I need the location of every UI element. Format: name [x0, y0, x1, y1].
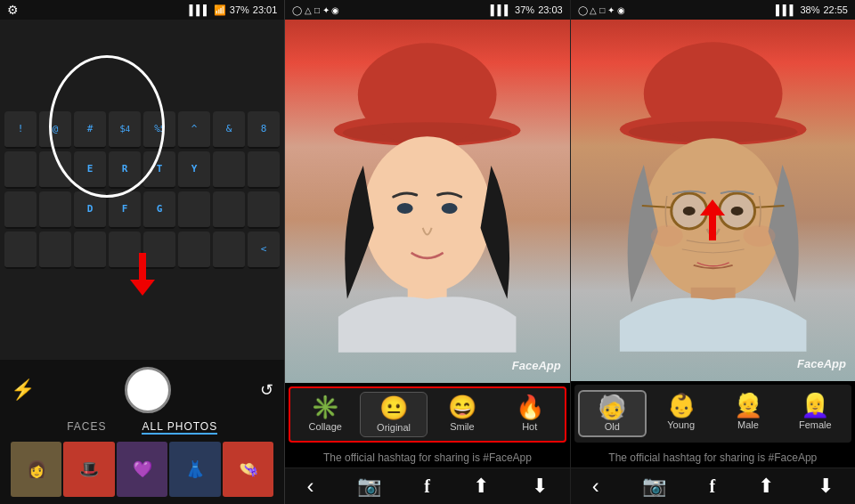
download-button-3[interactable]: ⬇ [818, 475, 834, 498]
keyboard-view: ! @ # $4 %5 ^ & 8 E R T Y D F G [0, 20, 284, 360]
bottom-bar-2: ‹ 📷 f ⬆ ⬇ [285, 467, 569, 504]
instagram-button-3[interactable]: 📷 [642, 475, 666, 498]
svg-point-17 [682, 207, 695, 215]
thumb-5[interactable]: 👒 [223, 442, 273, 497]
status-bar-3: ◯ △ □ ✦ ◉ ▌▌▌ 38% 22:55 [571, 0, 855, 20]
flash-icon[interactable]: ⚡ [11, 378, 35, 402]
key-f: F [109, 191, 141, 229]
male-emoji: 👱 [734, 394, 762, 417]
key-x [39, 232, 71, 269]
key-5: %5 [143, 111, 175, 149]
filter-young[interactable]: 👶 Young [648, 390, 713, 437]
original-label: Original [377, 422, 411, 433]
thumb-1[interactable]: 👩 [11, 442, 61, 497]
faceapp-panel-old: ◯ △ □ ✦ ◉ ▌▌▌ 38% 22:55 [571, 0, 855, 504]
hashtag-text-2: The official hashtag for sharing is #Fac… [285, 446, 569, 467]
svg-point-6 [442, 203, 458, 214]
battery2-text: 37% [515, 4, 534, 15]
filter-old[interactable]: 🧓 Old [578, 390, 647, 437]
key-d: D [74, 191, 106, 229]
key-8: 8 [248, 111, 280, 149]
arrow-shaft-up [709, 215, 716, 240]
status-right-icons: ▌▌▌ 📶 37% 23:01 [189, 4, 277, 16]
faceapp-panel-original: ◯ △ □ ✦ ◉ ▌▌▌ 37% 23:03 [285, 0, 570, 504]
filter-smile[interactable]: 😄 Smile [429, 392, 495, 437]
facebook-button-2[interactable]: f [424, 476, 430, 497]
wifi-icon: 📶 [214, 4, 226, 16]
filter-female[interactable]: 👱‍♀️ Female [783, 390, 848, 437]
female-emoji: 👱‍♀️ [801, 394, 829, 417]
thumb-img-3: 💜 [117, 442, 167, 497]
smile-label: Smile [450, 421, 475, 432]
hashtag-text-3: The official hashtag for sharing is #Fac… [571, 446, 855, 467]
signal2-icon: ▌▌▌ [491, 4, 511, 15]
female-label: Female [799, 419, 832, 430]
camera-mode-tabs: FACES ALL PHOTOS [11, 419, 273, 436]
status3-right: ▌▌▌ 38% 22:55 [776, 4, 848, 15]
shutter-button[interactable] [125, 367, 171, 413]
camera-buttons-row: ⚡ ↺ [11, 367, 273, 413]
key-y: Y [178, 151, 210, 189]
settings-icon[interactable]: ⚙ [7, 3, 19, 17]
arrow-head-up [700, 199, 725, 215]
hot-label: Hot [522, 421, 537, 432]
smile-emoji: 😄 [448, 395, 476, 419]
key-6: ^ [178, 111, 210, 149]
key-i [248, 151, 280, 189]
key-c [74, 232, 106, 269]
time2-display: 23:03 [538, 4, 563, 15]
key-j [213, 191, 245, 229]
back-button-3[interactable]: ‹ [592, 474, 599, 499]
photo-thumbnails: 👩 🎩 💜 👗 👒 [11, 442, 273, 497]
thumb-4[interactable]: 👗 [169, 442, 220, 497]
camera-controls-area: ⚡ ↺ FACES ALL PHOTOS 👩 🎩 💜 👗 👒 [0, 360, 284, 504]
status2-left: ◯ △ □ ✦ ◉ [292, 5, 339, 15]
key-7: & [213, 111, 245, 149]
filter-row-3: 🧓 Old 👶 Young 👱 Male 👱‍♀️ Female [574, 385, 851, 443]
back-button-2[interactable]: ‹ [306, 474, 314, 499]
share-button-2[interactable]: ⬆ [473, 475, 489, 498]
bottom-bar-3: ‹ 📷 f ⬆ ⬇ [571, 467, 855, 504]
svg-point-5 [397, 203, 413, 214]
share-button-3[interactable]: ⬆ [758, 475, 774, 498]
filter-collage[interactable]: ✳️ Collage [292, 392, 358, 437]
key-w [39, 151, 71, 189]
photo-area-2: FaceApp [285, 20, 569, 383]
signal-icon: ▌▌▌ [189, 4, 209, 15]
arrow-down [130, 253, 155, 296]
key-e: E [74, 151, 106, 189]
facebook-button-3[interactable]: f [709, 476, 715, 497]
watermark-3: FaceApp [797, 357, 846, 370]
status-bar-1: ⚙ ▌▌▌ 📶 37% 23:01 [0, 0, 284, 20]
key-u [213, 151, 245, 189]
rotate-camera-icon[interactable]: ↺ [260, 380, 273, 400]
key-a [4, 191, 37, 229]
status2-right: ▌▌▌ 37% 23:03 [491, 4, 563, 15]
keyboard-grid: ! @ # $4 %5 ^ & 8 E R T Y D F G [0, 104, 284, 276]
thumb-img-1: 👩 [11, 442, 61, 497]
watermark-2: FaceApp [512, 359, 561, 372]
filter-original[interactable]: 😐 Original [360, 392, 428, 437]
filter-row-2: ✳️ Collage 😐 Original 😄 Smile 🔥 Hot [289, 386, 566, 443]
tab-faces[interactable]: FACES [67, 420, 106, 435]
filter-male[interactable]: 👱 Male [715, 390, 780, 437]
svg-point-3 [363, 136, 492, 293]
tab-all-photos[interactable]: ALL PHOTOS [142, 420, 217, 435]
key-comma: < [248, 232, 280, 269]
download-button-2[interactable]: ⬇ [532, 475, 548, 498]
arrow-head [130, 280, 155, 296]
key-4: $4 [109, 111, 141, 149]
thumb-3[interactable]: 💜 [117, 442, 167, 497]
arrow-shaft [139, 253, 146, 280]
instagram-button-2[interactable]: 📷 [357, 475, 381, 498]
filter-hot[interactable]: 🔥 Hot [497, 392, 563, 437]
status3-icons: ◯ △ □ ✦ ◉ [578, 5, 625, 15]
battery-text: 37% [230, 4, 249, 15]
collage-emoji: ✳️ [311, 395, 339, 419]
thumb-2[interactable]: 🎩 [63, 442, 114, 497]
status-left-icons: ⚙ [7, 3, 19, 17]
key-3: # [74, 111, 106, 149]
old-label: Old [605, 421, 620, 432]
key-t: T [143, 151, 175, 189]
key-r: R [109, 151, 141, 189]
